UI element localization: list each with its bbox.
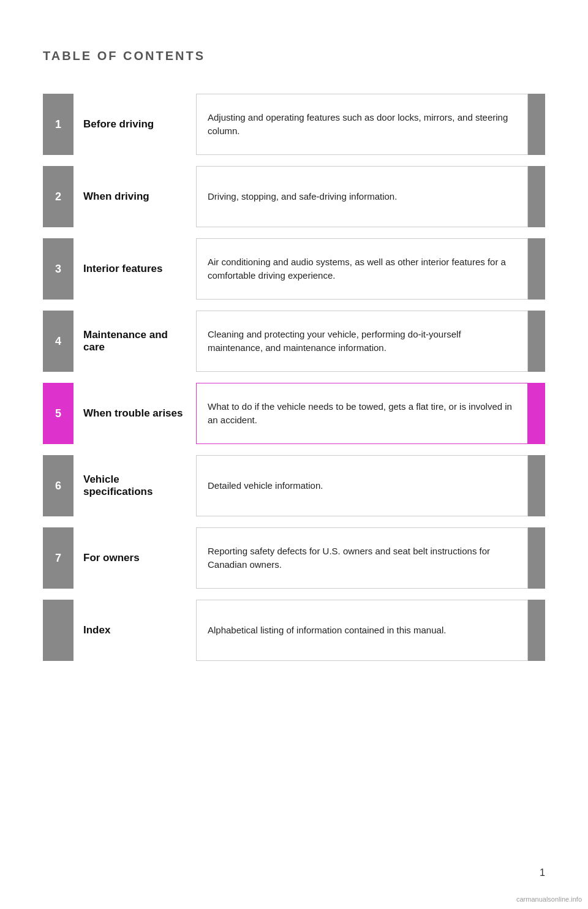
page-title: TABLE OF CONTENTS: [43, 49, 545, 63]
entry-label-before-driving: Before driving: [74, 94, 196, 155]
entry-number-when-driving: 2: [43, 166, 74, 227]
entry-description-before-driving: Adjusting and operating features such as…: [196, 94, 528, 155]
entry-right-tab-interior-features: [528, 238, 545, 300]
entry-description-index: Alphabetical listing of information cont…: [196, 600, 528, 661]
entry-right-tab-when-driving: [528, 166, 545, 227]
page-number: 1: [540, 867, 545, 878]
watermark: carmanualsonline.info: [516, 896, 582, 903]
entry-description-vehicle-specifications: Detailed vehicle information.: [196, 455, 528, 516]
entry-label-when-trouble-arises: When trouble arises: [74, 383, 196, 444]
entry-label-index: Index: [74, 600, 196, 661]
entry-number-when-trouble-arises: 5: [43, 383, 74, 444]
entry-right-tab-for-owners: [528, 527, 545, 589]
toc-entry-when-trouble-arises[interactable]: 5When trouble arisesWhat to do if the ve…: [43, 383, 545, 444]
toc-entries: 1Before drivingAdjusting and operating f…: [43, 94, 545, 661]
entry-right-tab-before-driving: [528, 94, 545, 155]
toc-entry-index[interactable]: IndexAlphabetical listing of information…: [43, 600, 545, 661]
entry-label-when-driving: When driving: [74, 166, 196, 227]
entry-label-maintenance-and-care: Maintenance and care: [74, 311, 196, 372]
entry-label-interior-features: Interior features: [74, 238, 196, 300]
entry-number-for-owners: 7: [43, 527, 74, 589]
entry-label-for-owners: For owners: [74, 527, 196, 589]
entry-number-before-driving: 1: [43, 94, 74, 155]
toc-entry-maintenance-and-care[interactable]: 4Maintenance and careCleaning and protec…: [43, 311, 545, 372]
entry-right-tab-vehicle-specifications: [528, 455, 545, 516]
entry-right-tab-when-trouble-arises: [528, 383, 545, 444]
page: TABLE OF CONTENTS 1Before drivingAdjusti…: [0, 0, 588, 909]
toc-entry-for-owners[interactable]: 7For ownersReporting safety defects for …: [43, 527, 545, 589]
entry-description-when-driving: Driving, stopping, and safe-driving info…: [196, 166, 528, 227]
entry-right-tab-maintenance-and-care: [528, 311, 545, 372]
entry-description-for-owners: Reporting safety defects for U.S. owners…: [196, 527, 528, 589]
toc-entry-interior-features[interactable]: 3Interior featuresAir conditioning and a…: [43, 238, 545, 300]
entry-right-tab-index: [528, 600, 545, 661]
toc-entry-before-driving[interactable]: 1Before drivingAdjusting and operating f…: [43, 94, 545, 155]
entry-description-when-trouble-arises: What to do if the vehicle needs to be to…: [196, 383, 528, 444]
entry-number-vehicle-specifications: 6: [43, 455, 74, 516]
entry-number-index: [43, 600, 74, 661]
entry-label-vehicle-specifications: Vehicle specifications: [74, 455, 196, 516]
entry-number-maintenance-and-care: 4: [43, 311, 74, 372]
toc-entry-when-driving[interactable]: 2When drivingDriving, stopping, and safe…: [43, 166, 545, 227]
entry-description-maintenance-and-care: Cleaning and protecting your vehicle, pe…: [196, 311, 528, 372]
entry-number-interior-features: 3: [43, 238, 74, 300]
entry-description-interior-features: Air conditioning and audio systems, as w…: [196, 238, 528, 300]
toc-entry-vehicle-specifications[interactable]: 6Vehicle specificationsDetailed vehicle …: [43, 455, 545, 516]
